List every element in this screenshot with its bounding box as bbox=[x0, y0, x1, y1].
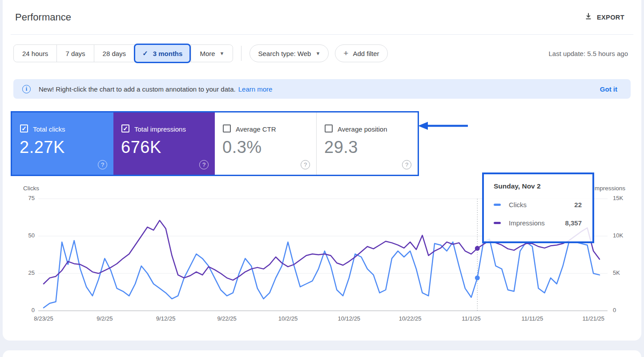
tooltip-row-impressions: Impressions 8,357 bbox=[494, 219, 582, 227]
metric-cards-row: ✓ Total clicks 2.27K ? ✓ Total impressio… bbox=[11, 111, 633, 176]
check-icon: ✓ bbox=[142, 49, 148, 57]
date-range-group: 24 hours 7 days 28 days ✓ 3 months More … bbox=[13, 44, 233, 62]
callout-arrow-icon bbox=[415, 120, 478, 132]
impressions-series-swatch bbox=[494, 222, 501, 224]
x-axis-tick: 11/21/25 bbox=[576, 315, 611, 322]
y-axis-left-tick: 25 bbox=[13, 269, 35, 276]
checkbox-unchecked[interactable]: ✓ bbox=[223, 124, 231, 132]
range-7-days[interactable]: 7 days bbox=[56, 45, 93, 62]
banner-text: New! Right-click the chart to add a cust… bbox=[39, 85, 236, 93]
x-axis-tick: 11/1/25 bbox=[454, 315, 489, 322]
x-axis-tick: 10/2/25 bbox=[270, 315, 306, 322]
chevron-down-icon: ▼ bbox=[220, 51, 225, 56]
y-axis-left-tick: 50 bbox=[13, 232, 35, 239]
metric-value: 0.3% bbox=[222, 138, 262, 157]
plus-icon: + bbox=[343, 48, 348, 58]
learn-more-link[interactable]: Learn more bbox=[238, 85, 273, 93]
x-axis-tick: 9/12/25 bbox=[148, 315, 184, 322]
range-24-hours[interactable]: 24 hours bbox=[14, 45, 56, 62]
checkbox-checked[interactable]: ✓ bbox=[20, 124, 28, 132]
metric-value: 676K bbox=[121, 138, 161, 157]
help-icon[interactable]: ? bbox=[301, 160, 310, 169]
performance-panel: Performance EXPORT 24 hours 7 days 28 da… bbox=[3, 0, 641, 341]
y-axis-right-tick: 5K bbox=[613, 269, 634, 276]
next-section-card bbox=[3, 350, 641, 357]
metric-card-average-ctr[interactable]: ✓ Average CTR 0.3% ? bbox=[215, 112, 316, 175]
x-axis-tick: 9/22/25 bbox=[209, 315, 245, 322]
x-axis-tick: 8/23/25 bbox=[26, 315, 61, 322]
filter-toolbar: 24 hours 7 days 28 days ✓ 3 months More … bbox=[13, 44, 631, 62]
toolbar-divider bbox=[241, 46, 242, 61]
x-axis-tick: 9/2/25 bbox=[87, 315, 122, 322]
add-filter-label: Add filter bbox=[353, 50, 379, 57]
chevron-down-icon: ▼ bbox=[315, 51, 320, 56]
y-axis-right-tick: 15K bbox=[613, 195, 634, 201]
export-label: EXPORT bbox=[597, 14, 624, 21]
tooltip-value: 22 bbox=[574, 201, 582, 209]
download-icon bbox=[584, 12, 593, 22]
export-button[interactable]: EXPORT bbox=[580, 8, 629, 26]
tooltip-row-clicks: Clicks 22 bbox=[494, 201, 582, 209]
x-axis-tick: 11/11/25 bbox=[515, 315, 550, 322]
page-header: Performance EXPORT bbox=[11, 0, 633, 35]
y-axis-left-tick: 75 bbox=[13, 195, 35, 201]
x-axis-tick: 10/12/25 bbox=[331, 315, 367, 322]
x-axis-tick: 10/22/25 bbox=[392, 315, 428, 322]
tooltip-date: Sunday, Nov 2 bbox=[494, 182, 582, 190]
page-title: Performance bbox=[15, 12, 71, 23]
tooltip-label: Clicks bbox=[509, 201, 527, 209]
y-axis-right-tick: 0 bbox=[613, 307, 634, 313]
metric-label: Total impressions bbox=[134, 125, 186, 133]
metric-label: Average position bbox=[338, 125, 387, 133]
checkbox-checked[interactable]: ✓ bbox=[121, 124, 129, 132]
range-3-months-label: 3 months bbox=[153, 50, 183, 57]
y-axis-left-title: Clicks bbox=[23, 185, 39, 192]
more-label: More bbox=[200, 50, 215, 57]
metric-card-average-position[interactable]: ✓ Average position 29.3 ? bbox=[316, 112, 418, 175]
metric-value: 2.27K bbox=[20, 138, 65, 157]
help-icon[interactable]: ? bbox=[98, 160, 107, 169]
search-type-dropdown[interactable]: Search type: Web ▼ bbox=[250, 44, 329, 62]
add-filter-button[interactable]: + Add filter bbox=[335, 44, 387, 62]
range-28-days[interactable]: 28 days bbox=[94, 45, 135, 62]
range-more-dropdown[interactable]: More ▼ bbox=[191, 45, 233, 62]
performance-chart[interactable]: Sunday, Nov 2 Clicks 22 Impressions 8,35… bbox=[13, 183, 631, 330]
tooltip-value: 8,357 bbox=[565, 219, 582, 227]
last-update-text: Last update: 5.5 hours ago bbox=[549, 50, 631, 57]
help-icon[interactable]: ? bbox=[199, 160, 209, 169]
y-axis-left-tick: 0 bbox=[13, 307, 35, 313]
tooltip-label: Impressions bbox=[509, 219, 545, 227]
metric-value: 29.3 bbox=[324, 138, 358, 157]
metric-card-total-impressions[interactable]: ✓ Total impressions 676K ? bbox=[113, 112, 215, 175]
metric-label: Total clicks bbox=[33, 125, 65, 133]
help-icon[interactable]: ? bbox=[402, 160, 411, 169]
range-3-months[interactable]: ✓ 3 months bbox=[134, 44, 191, 63]
checkbox-unchecked[interactable]: ✓ bbox=[325, 124, 333, 132]
chart-tooltip: Sunday, Nov 2 Clicks 22 Impressions 8,35… bbox=[482, 172, 594, 243]
info-icon: i bbox=[22, 85, 31, 93]
got-it-button[interactable]: Got it bbox=[600, 85, 617, 93]
metric-card-total-clicks[interactable]: ✓ Total clicks 2.27K ? bbox=[12, 112, 113, 175]
annotation-info-banner: i New! Right-click the chart to add a cu… bbox=[13, 79, 631, 99]
search-type-label: Search type: Web bbox=[258, 50, 311, 57]
metric-label: Average CTR bbox=[236, 125, 276, 133]
y-axis-right-tick: 10K bbox=[613, 232, 634, 239]
highlight-outline-box: ✓ Total clicks 2.27K ? ✓ Total impressio… bbox=[11, 111, 419, 176]
clicks-series-swatch bbox=[494, 204, 501, 206]
